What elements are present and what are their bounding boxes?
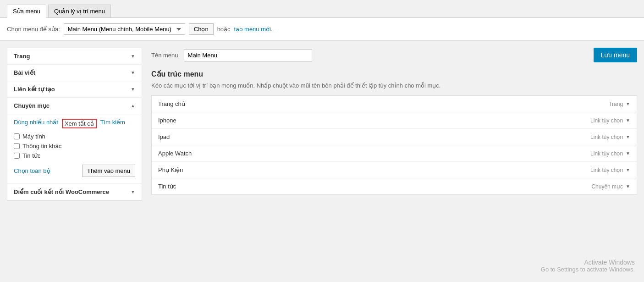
left-panel: Trang ▼ Bài viết ▼ Liên kết tự tạo ▼ Chu… [7,48,142,201]
tab-xem-tat-ca[interactable]: Xem tất cả [62,119,97,128]
menu-item-apple-watch-chevron: ▼ [626,151,630,156]
cau-truc-desc: Kéo các mục tới vị trí bạn mong muốn. Nh… [151,82,637,89]
menu-name-input[interactable] [184,49,312,61]
menu-name-label: Tên menu [151,52,178,59]
accordion-bai-viet[interactable]: Bài viết ▼ [7,65,142,81]
luu-menu-button[interactable]: Lưu menu [594,48,637,62]
menu-item-trang-chu-label: Trang chủ [158,100,185,107]
accordion-chuyen-muc-title: Chuyên mục [14,102,50,109]
accordion-footer: Chọn toàn bộ Thêm vào menu [14,165,135,177]
checkbox-thong-tin-khac-label: Thông tin khác [22,143,61,149]
menu-item-iphone-right: Link tùy chọn ▼ [590,117,630,124]
chuyen-muc-checkboxes: Máy tính Thông tin khác Tin tức [14,133,135,159]
chuyen-muc-tabs: Dùng nhiều nhất Xem tất cả Tìm kiếm [14,119,135,128]
accordion-chuyen-muc-body: Dùng nhiều nhất Xem tất cả Tìm kiếm Máy … [7,114,142,184]
menu-item-iphone-chevron: ▼ [626,118,630,123]
accordion-diem-cuoi[interactable]: Điểm cuối kết nối WooCommerce ▼ [7,184,142,200]
create-menu-link[interactable]: tạo menu mới. [234,26,273,33]
accordion-lien-ket-title: Liên kết tự tạo [14,86,55,93]
cau-truc-section: Cấu trúc menu Kéo các mục tới vị trí bạn… [151,70,637,195]
menu-item-phu-kien-right: Link tùy chọn ▼ [590,167,630,173]
menu-item-phu-kien[interactable]: Phụ Kiện Link tùy chọn ▼ [152,162,637,178]
menu-item-ipad-chevron: ▼ [626,134,630,139]
menu-item-phu-kien-chevron: ▼ [626,167,630,172]
menu-item-apple-watch-label: Apple Watch [158,150,192,157]
checkbox-may-tinh-label: Máy tính [22,133,45,140]
checkbox-may-tinh[interactable]: Máy tính [14,133,135,140]
menu-item-ipad-right: Link tùy chọn ▼ [590,134,630,140]
menu-items-list: Trang chủ Trang ▼ Iphone Link tùy chọn ▼… [151,95,637,195]
checkbox-tin-tuc-label: Tin tức [22,152,40,159]
chon-button[interactable]: Chọn [189,23,214,35]
tab-dung-nhieu-nhat[interactable]: Dùng nhiều nhất [14,119,58,128]
checkbox-thong-tin-khac[interactable]: Thông tin khác [14,143,135,149]
select-bar-label: Chọn menu để sửa: [7,26,60,33]
menu-item-phu-kien-label: Phụ Kiện [158,166,183,173]
menu-item-apple-watch-right: Link tùy chọn ▼ [590,150,630,157]
menu-item-ipad-type: Link tùy chọn [590,134,623,140]
menu-item-apple-watch-type: Link tùy chọn [590,150,623,157]
menu-item-trang-chu-right: Trang ▼ [609,101,630,107]
menu-item-trang-chu-chevron: ▼ [626,101,630,106]
accordion-chuyen-muc-arrow: ▲ [131,103,135,108]
chon-toan-bo-link[interactable]: Chọn toàn bộ [14,167,50,174]
accordion-chuyen-muc[interactable]: Chuyên mục ▲ [7,98,142,114]
accordion-trang-arrow: ▼ [131,54,135,59]
checkbox-may-tinh-input[interactable] [14,133,20,139]
select-bar: Chọn menu để sửa: Main Menu (Menu chính,… [0,18,644,41]
menu-item-tin-tuc-label: Tin tức [158,183,176,190]
tab-sua-menu[interactable]: Sửa menu [7,5,46,18]
accordion-lien-ket[interactable]: Liên kết tự tạo ▼ [7,81,142,98]
checkbox-thong-tin-khac-input[interactable] [14,143,20,149]
menu-item-iphone[interactable]: Iphone Link tùy chọn ▼ [152,112,637,129]
tab-quan-ly-vi-tri[interactable]: Quản lý vị trí menu [48,5,111,17]
checkbox-tin-tuc[interactable]: Tin tức [14,152,135,159]
accordion-diem-cuoi-title: Điểm cuối kết nối WooCommerce [14,188,109,195]
menu-item-tin-tuc-right: Chuyên mục ▼ [591,183,630,190]
menu-item-iphone-label: Iphone [158,117,176,124]
hoac-text: hoặc [217,26,231,33]
menu-item-trang-chu-type: Trang [609,101,623,107]
menu-name-row: Tên menu Lưu menu [151,48,637,62]
cau-truc-title: Cấu trúc menu [151,70,637,78]
menu-item-ipad[interactable]: Ipad Link tùy chọn ▼ [152,129,637,145]
menu-item-apple-watch[interactable]: Apple Watch Link tùy chọn ▼ [152,145,637,162]
accordion-trang[interactable]: Trang ▼ [7,48,142,65]
tab-tim-kiem[interactable]: Tìm kiếm [100,119,125,128]
menu-select[interactable]: Main Menu (Menu chính, Mobile Menu) [64,23,185,35]
accordion-bai-viet-title: Bài viết [14,69,35,76]
menu-item-phu-kien-type: Link tùy chọn [590,167,623,173]
menu-item-tin-tuc-chevron: ▼ [626,184,630,189]
menu-item-tin-tuc-type: Chuyên mục [591,183,623,190]
accordion-bai-viet-arrow: ▼ [131,70,135,75]
menu-item-tin-tuc[interactable]: Tin tức Chuyên mục ▼ [152,178,637,194]
them-vao-menu-button[interactable]: Thêm vào menu [82,165,135,177]
menu-item-trang-chu[interactable]: Trang chủ Trang ▼ [152,96,637,112]
main-content: Trang ▼ Bài viết ▼ Liên kết tự tạo ▼ Chu… [0,41,644,208]
menu-item-ipad-label: Ipad [158,133,170,140]
top-tabs: Sửa menu Quản lý vị trí menu [0,0,644,18]
accordion-lien-ket-arrow: ▼ [131,87,135,92]
right-panel: Tên menu Lưu menu Cấu trúc menu Kéo các … [151,48,637,195]
checkbox-tin-tuc-input[interactable] [14,153,20,159]
menu-item-iphone-type: Link tùy chọn [590,117,623,124]
accordion-trang-title: Trang [14,53,30,60]
accordion-diem-cuoi-arrow: ▼ [131,189,135,194]
